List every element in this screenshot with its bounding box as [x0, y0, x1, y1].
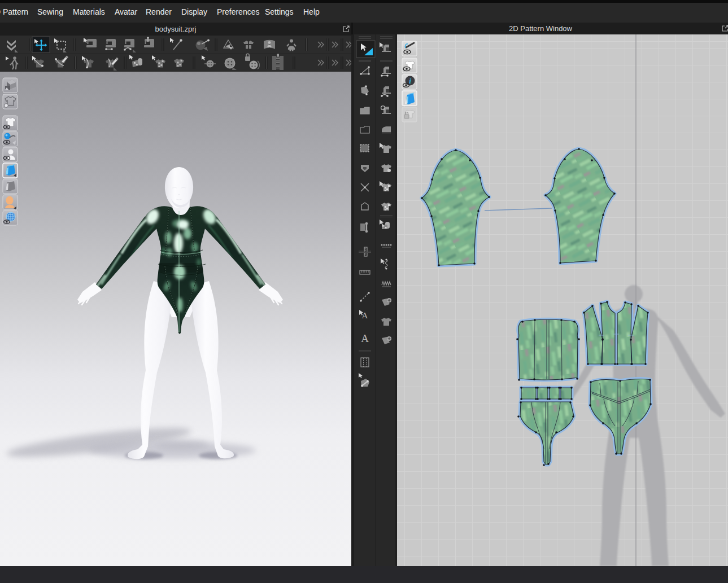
- svg-text:i: i: [409, 77, 411, 85]
- svg-text:A: A: [361, 332, 369, 344]
